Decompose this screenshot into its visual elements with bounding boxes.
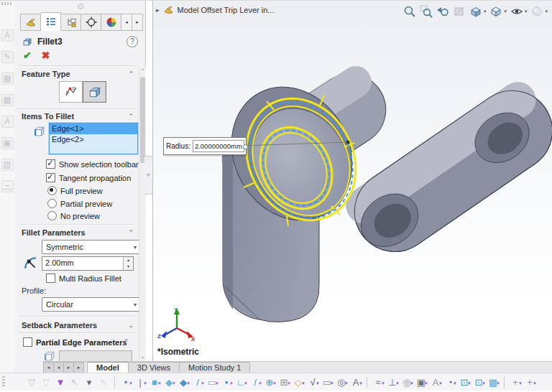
- lasso-select-icon[interactable]: ↖: [96, 375, 111, 390]
- ok-button[interactable]: ✔: [23, 50, 32, 61]
- flyout-feature-tree[interactable]: ▸ Model Offset Trip Lever in...: [156, 4, 274, 15]
- filter-clear-all-icon[interactable]: ▽: [24, 375, 39, 390]
- edge-list-item[interactable]: Edge<1>: [50, 123, 137, 134]
- filter-explode-line-icon[interactable]: +▼: [523, 375, 537, 390]
- radius-value[interactable]: 2.00mm: [42, 257, 123, 270]
- filter-notes-icon[interactable]: ▭▼: [320, 375, 334, 390]
- scrollbar-thumb[interactable]: [140, 77, 145, 163]
- panel-scrollbar[interactable]: ⌃ ⌄: [139, 67, 146, 361]
- tab-dimxpertmanager[interactable]: [81, 14, 101, 31]
- collapse-chevron-icon[interactable]: ⌃: [128, 229, 134, 236]
- tab-displaymanager[interactable]: [101, 14, 121, 31]
- chevron-down-icon[interactable]: ▾: [525, 9, 528, 14]
- tab-scroll-left-button[interactable]: ◂: [121, 14, 132, 31]
- hide-show-items-icon[interactable]: [510, 4, 524, 19]
- full-preview-option[interactable]: Full preview: [47, 186, 103, 195]
- tab-propertymanager[interactable]: [41, 12, 61, 31]
- cancel-button[interactable]: ✖: [42, 50, 50, 61]
- multi-radius-fillet-option[interactable]: Multi Radius Fillet: [46, 274, 121, 283]
- filter-annotations-icon[interactable]: ◇▼: [291, 375, 305, 390]
- toolbar-drag-handle[interactable]: [2, 376, 5, 388]
- radius-callout-value[interactable]: 2.00000000mm: [193, 140, 244, 152]
- tab-configurationmanager[interactable]: [61, 14, 81, 31]
- chevron-down-icon[interactable]: ▾: [484, 9, 487, 14]
- fillet-type-full-round-button[interactable]: [83, 81, 106, 103]
- annotation-image-icon[interactable]: ▦: [1, 73, 14, 85]
- filter-surface-bodies-icon[interactable]: ◆▼: [162, 375, 176, 390]
- select-arrow-icon[interactable]: ↖: [68, 375, 82, 390]
- edit-appearance-icon[interactable]: [530, 4, 544, 19]
- partial-edge-parameters-option[interactable]: Partial Edge Parameters: [23, 337, 127, 347]
- radio-icon[interactable]: [47, 199, 57, 208]
- filter-midpoints-icon[interactable]: /▼: [248, 375, 262, 390]
- filter-weld-icon[interactable]: ≈▼: [371, 375, 385, 390]
- tab-featuremanager[interactable]: [20, 14, 41, 31]
- annotation-text-icon[interactable]: A: [1, 29, 14, 42]
- filter-pie-icon[interactable]: ◔▼: [443, 375, 457, 390]
- filter-toggle-icon[interactable]: ▼: [53, 375, 68, 390]
- profile-dropdown[interactable]: Circular ▾: [42, 297, 141, 312]
- panel-resize-grip[interactable]: [78, 4, 83, 9]
- spin-down-icon[interactable]: ▾: [124, 263, 133, 270]
- filter-faces-icon[interactable]: ■▼: [147, 375, 162, 390]
- checkbox-checked-icon[interactable]: [46, 159, 55, 169]
- edge-list-item[interactable]: Edge<2>: [50, 134, 137, 145]
- section-view-icon[interactable]: [452, 4, 466, 19]
- help-icon[interactable]: ?: [126, 36, 138, 47]
- spin-up-icon[interactable]: ▴: [124, 257, 133, 263]
- collapse-chevron-icon[interactable]: ⌃: [128, 70, 134, 78]
- radio-selected-icon[interactable]: [47, 186, 57, 195]
- partial-preview-option[interactable]: Partial preview: [47, 199, 112, 208]
- checkbox-checked-icon[interactable]: [46, 173, 55, 182]
- filter-axes-icon[interactable]: /▼: [190, 375, 205, 390]
- filter-preview-icon[interactable]: ▩▼: [486, 375, 500, 390]
- graphics-area[interactable]: Y X Z ▸ Model Offset Trip Lever in...: [152, 1, 552, 361]
- select-arrow-dropdown-icon[interactable]: ▾: [82, 375, 96, 390]
- radius-callout[interactable]: Radius: 2.00000000mm: [163, 137, 247, 155]
- previous-view-icon[interactable]: [436, 4, 450, 19]
- checkbox-icon[interactable]: [46, 274, 55, 283]
- model-canvas[interactable]: Y X Z: [153, 1, 552, 361]
- annotation-copy-icon[interactable]: ▣: [1, 137, 14, 149]
- annotation-label-icon[interactable]: A: [1, 116, 14, 128]
- annotation-image-add-icon[interactable]: ▦: [1, 94, 14, 106]
- zoom-to-area-icon[interactable]: [419, 4, 433, 19]
- part-name-label[interactable]: Model Offset Trip Lever in...: [178, 6, 275, 14]
- filter-explode-step-icon[interactable]: +▼: [508, 375, 523, 390]
- fillet-type-constant-button[interactable]: DD: [59, 81, 83, 103]
- tab-model[interactable]: Model: [87, 362, 128, 373]
- filter-solid-bodies-icon[interactable]: ◆▼: [176, 375, 190, 390]
- chevron-down-icon[interactable]: ▾: [545, 9, 548, 14]
- filter-datum-icon[interactable]: ⊥▼: [385, 375, 400, 390]
- tab-motion-study[interactable]: Motion Study 1: [179, 362, 250, 373]
- tab-scroll-right-button[interactable]: ▸: [132, 14, 143, 31]
- filter-equations-icon[interactable]: √▼: [305, 375, 320, 390]
- filter-stack-icon[interactable]: ▽: [39, 375, 53, 390]
- expand-caret-icon[interactable]: ▸: [156, 6, 160, 14]
- annotation-hatch-icon[interactable]: ▨: [1, 159, 14, 171]
- annotation-links-icon[interactable]: ~: [1, 180, 14, 192]
- filter-edges-icon[interactable]: |▼: [133, 375, 147, 390]
- filter-block-icon[interactable]: ▣▼: [414, 375, 428, 390]
- scroll-down-icon[interactable]: ⌄: [139, 353, 146, 361]
- filter-magnifier-icon[interactable]: ◎▼: [334, 375, 349, 390]
- callout-handle-icon[interactable]: [243, 144, 248, 149]
- display-style-icon[interactable]: [489, 4, 503, 19]
- view-orientation-icon[interactable]: [469, 4, 483, 19]
- filter-route-point-icon[interactable]: ⊡▼: [472, 375, 486, 390]
- tab-3d-views[interactable]: 3D Views: [128, 362, 179, 373]
- annotation-pencil-icon[interactable]: ✎: [1, 51, 14, 63]
- collapse-chevron-icon[interactable]: ⌃: [124, 338, 129, 345]
- filter-connection-point-icon[interactable]: ⊡▼: [457, 375, 472, 390]
- filter-detail-a-icon[interactable]: A▼: [428, 375, 443, 390]
- chevron-down-icon[interactable]: ▾: [504, 9, 507, 14]
- scroll-up-icon[interactable]: ⌃: [139, 67, 146, 75]
- filter-sketch-points-icon[interactable]: ▪▼: [219, 375, 234, 390]
- toolbar-drag-handle[interactable]: [1, 2, 12, 5]
- filter-planes-icon[interactable]: ▭▼: [205, 375, 219, 390]
- symmetry-dropdown[interactable]: Symmetric ▾: [42, 240, 141, 254]
- zoom-to-fit-icon[interactable]: [402, 4, 417, 19]
- filter-sketch-segments-icon[interactable]: ∟▼: [234, 375, 248, 390]
- tab-prev-button[interactable]: ◂: [53, 362, 63, 373]
- show-selection-toolbar-option[interactable]: Show selection toolbar: [46, 159, 139, 169]
